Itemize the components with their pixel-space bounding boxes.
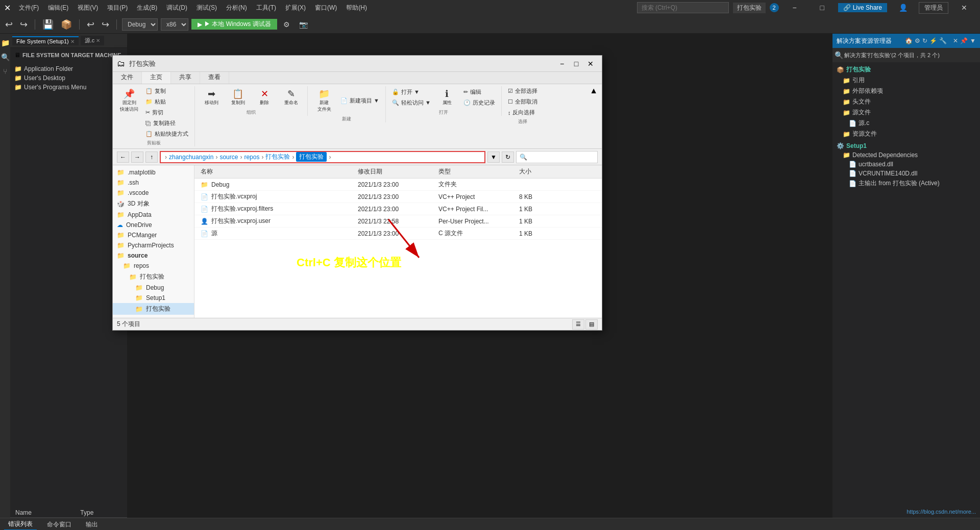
deselect-all-button[interactable]: ☐ 全部取消: [506, 97, 540, 107]
open-button[interactable]: 🔓 打开 ▼: [390, 87, 433, 97]
sol-root-packexp[interactable]: 📦 打包实验: [832, 64, 980, 75]
sidebar-packexp2[interactable]: 📁 打包实验: [113, 303, 194, 315]
address-seg-4[interactable]: 打包实验: [265, 153, 290, 161]
paste-button[interactable]: 📁 粘贴: [143, 97, 190, 107]
nav-forward-button[interactable]: →: [131, 152, 143, 163]
settings-icon[interactable]: ⚙: [280, 19, 293, 30]
manage-button[interactable]: 管理员: [919, 2, 948, 14]
debug-config-select[interactable]: Debug: [122, 18, 158, 31]
sidebar-pycharm[interactable]: 📁 PycharmProjects: [113, 240, 194, 250]
copy-path-button[interactable]: ⿻ 复制路径: [143, 118, 190, 128]
table-row[interactable]: 📁 Debug 2021/1/3 23:00 文件夹: [194, 179, 602, 191]
tab-command-window[interactable]: 命令窗口: [43, 519, 76, 530]
address-seg-1[interactable]: zhangchuangxin: [169, 154, 213, 161]
sidebar-source[interactable]: 📁 source: [113, 250, 194, 261]
sidebar-3d[interactable]: 🎲 3D 对象: [113, 198, 194, 210]
notification-badge[interactable]: 2: [770, 3, 779, 12]
sidebar-ssh[interactable]: 📁 .ssh: [113, 178, 194, 188]
properties-button[interactable]: ℹ 属性: [435, 86, 459, 108]
nav-back-button[interactable]: ←: [117, 152, 129, 163]
address-bar[interactable]: › zhangchuangxin › source › repos › 打包实验…: [160, 151, 485, 163]
dialog-max-button[interactable]: □: [569, 58, 583, 70]
copy-button[interactable]: 📋 复制: [143, 86, 190, 96]
sol-external-deps[interactable]: 📁 外部依赖项: [832, 86, 980, 96]
tab-close-filesystem[interactable]: ✕: [70, 39, 75, 44]
address-seg-2[interactable]: source: [219, 154, 238, 161]
easy-access-button[interactable]: 🔍 轻松访问 ▼: [390, 98, 433, 108]
menu-edit[interactable]: 编辑(E): [44, 3, 72, 13]
menu-help[interactable]: 帮助(H): [342, 3, 371, 13]
new-folder-button[interactable]: 📁 新建文件夹: [312, 86, 336, 115]
tab-close-source[interactable]: ✕: [96, 38, 100, 43]
search-activity-icon[interactable]: 🔍: [1, 53, 10, 61]
pin-icon[interactable]: 📌: [960, 37, 968, 44]
tab-filesystem[interactable]: File System (Setup1) ✕: [12, 36, 79, 45]
tab-error-list[interactable]: 错误列表: [4, 519, 37, 530]
rename-button[interactable]: ✎ 重命名: [279, 86, 303, 108]
address-seg-3[interactable]: repos: [244, 154, 259, 161]
home-icon[interactable]: 🏠: [905, 37, 913, 44]
menu-file[interactable]: 文件(F): [15, 3, 43, 13]
search-solution-button[interactable]: 🔍: [835, 51, 843, 59]
chevron-down-icon[interactable]: ▼: [970, 37, 976, 44]
save-all-button[interactable]: 📦: [59, 18, 74, 31]
detail-view-button[interactable]: ▤: [585, 319, 598, 330]
sidebar-matplotlib[interactable]: 📁 .matplotlib: [113, 167, 194, 178]
file-header-type[interactable]: 类型: [436, 166, 517, 177]
sidebar-debug[interactable]: 📁 Debug: [113, 283, 194, 293]
delete-button[interactable]: ✕ 删除: [252, 86, 277, 108]
save-button[interactable]: 💾: [40, 18, 56, 31]
file-header-size[interactable]: 大小: [517, 166, 598, 177]
search-input[interactable]: [637, 2, 729, 13]
fs-item-appfolder[interactable]: 📁 Application Folder: [10, 64, 127, 73]
max-button[interactable]: □: [811, 0, 834, 15]
table-row[interactable]: 📄 打包实验.vcxproj 2021/1/3 23:00 VC++ Proje…: [194, 191, 602, 203]
history-button[interactable]: 🕐 历史记录: [461, 98, 497, 108]
explorer-icon[interactable]: 📁: [1, 39, 10, 47]
sidebar-pcmanger[interactable]: 📁 PCManger: [113, 230, 194, 240]
menu-analyze[interactable]: 分析(N): [222, 3, 251, 13]
sol-headers[interactable]: 📁 头文件: [832, 96, 980, 107]
menu-tools[interactable]: 工具(T): [252, 3, 280, 13]
sol-ucrtbased[interactable]: 📄 ucrtbased.dll: [832, 160, 980, 169]
table-row[interactable]: 📄 打包实验.vcxproj.filters 2021/1/3 23:00 VC…: [194, 203, 602, 215]
ribbon-tab-share[interactable]: 共享: [171, 72, 200, 84]
sidebar-packexp[interactable]: 📁 打包实验: [113, 271, 194, 283]
sidebar-onedrive[interactable]: ☁ OneDrive: [113, 220, 194, 230]
ribbon-tab-view[interactable]: 查看: [200, 72, 229, 84]
menu-test[interactable]: 测试(S): [192, 3, 221, 13]
sol-vcruntime[interactable]: 📄 VCRUNTIME140D.dll: [832, 169, 980, 178]
menu-extensions[interactable]: 扩展(X): [281, 3, 310, 13]
new-item-button[interactable]: 📄 新建项目 ▼: [338, 96, 381, 106]
file-header-name[interactable]: 名称: [199, 166, 356, 177]
sol-references[interactable]: 📁 引用: [832, 75, 980, 86]
dialog-close-button[interactable]: ✕: [583, 58, 598, 70]
git-icon[interactable]: ⑂: [3, 67, 7, 75]
camera-icon[interactable]: 📷: [296, 19, 311, 30]
ribbon-tab-file[interactable]: 文件: [113, 72, 142, 84]
search-nav-input[interactable]: 🔍: [516, 151, 598, 163]
paste-shortcut-button[interactable]: 📋 粘贴快捷方式: [143, 129, 190, 139]
ribbon-expand-icon[interactable]: ▲: [590, 86, 598, 95]
edit-button[interactable]: ✏ 编辑: [461, 87, 497, 97]
forward-button[interactable]: ↪: [18, 18, 30, 31]
live-share-button[interactable]: 🔗 Live Share: [838, 3, 887, 12]
copy-to-button[interactable]: 📋 复制到: [226, 86, 250, 108]
address-selected[interactable]: 打包实验: [296, 152, 327, 162]
arch-select[interactable]: x86: [161, 18, 188, 31]
menu-view[interactable]: 视图(V): [74, 3, 102, 13]
sol-source-c[interactable]: 📄 源.c: [832, 118, 980, 129]
sol-detected-deps[interactable]: 📁 Detected Dependencies: [832, 150, 980, 160]
tab-source[interactable]: 源.c ✕: [81, 36, 105, 45]
filter-icon[interactable]: ⚡: [929, 37, 937, 44]
list-view-button[interactable]: ☰: [572, 319, 584, 330]
ribbon-tab-home[interactable]: 主页: [142, 72, 171, 84]
file-header-date[interactable]: 修改日期: [356, 166, 436, 177]
menu-project[interactable]: 项目(P): [103, 3, 132, 13]
redo-button[interactable]: ↪: [100, 18, 111, 31]
sidebar-repos[interactable]: 📁 repos: [113, 261, 194, 271]
settings-panel-icon[interactable]: ⚙: [915, 37, 920, 44]
sidebar-vscode[interactable]: 📁 .vscode: [113, 188, 194, 198]
menu-debug[interactable]: 调试(D): [162, 3, 191, 13]
sidebar-appdata[interactable]: 📁 AppData: [113, 210, 194, 220]
